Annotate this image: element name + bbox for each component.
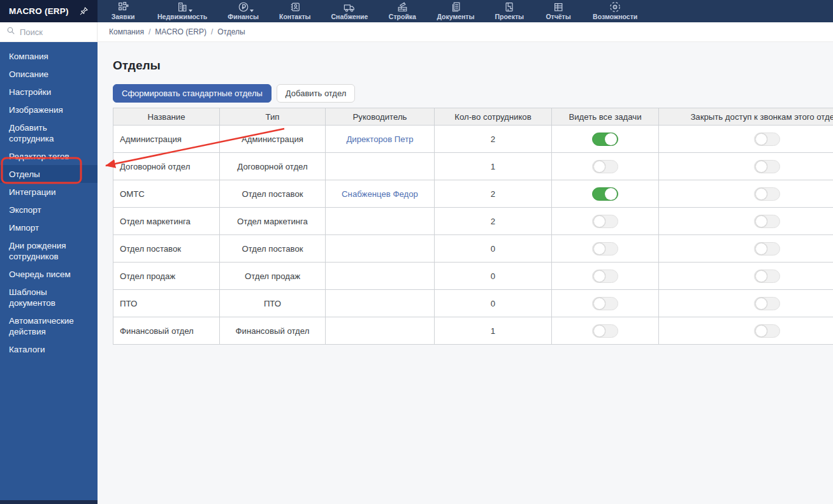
see-all-tasks-toggle[interactable] [592,133,618,146]
close-calls-cell [659,290,833,317]
close-calls-access-toggle[interactable] [754,160,780,173]
close-calls-access-toggle[interactable] [754,133,780,146]
sidebar-item-auto-actions[interactable]: Автоматические действия [0,312,98,340]
sidebar-item-description[interactable]: Описание [0,65,98,83]
pin-icon[interactable] [79,6,89,16]
toggle-knob [593,161,605,173]
nav-item-realty[interactable]: Недвижимость [157,1,207,20]
table-row: Отдел поставокОтдел поставок0 [113,235,833,263]
column-header: Название [113,108,220,126]
nav-item-contacts[interactable]: Контакты [279,1,311,20]
sidebar-item-add-employee[interactable]: Добавить сотрудника [0,119,98,147]
see-all-tasks-toggle[interactable] [592,215,618,228]
departments-table: НазваниеТипРуководительКол-во сотруднико… [113,108,833,345]
see-all-tasks-cell [552,290,659,317]
search-box[interactable] [0,22,98,41]
toggle-knob [593,215,605,227]
close-calls-access-toggle[interactable] [754,215,780,228]
nav-item-features[interactable]: Возможности [593,1,637,20]
sidebar-item-export[interactable]: Экспорт [0,201,98,219]
breadcrumb-item[interactable]: Компания [109,27,144,36]
sidebar-item-birthdays[interactable]: Дни рождения сотрудников [0,236,98,265]
sidebar-footer-strip [0,500,98,504]
nav-item-reports[interactable]: Отчёты [544,1,572,20]
department-name-cell: Администрация [113,126,220,153]
sidebar-item-settings[interactable]: Настройки [0,83,98,101]
department-type-cell: Отдел поставок [220,180,326,208]
sidebar-item-mail-queue[interactable]: Очередь писем [0,265,98,283]
toggle-knob [755,325,767,337]
sidebar-item-company[interactable]: Компания [0,47,98,65]
manager-link[interactable]: Директоров Петр [346,134,413,144]
app-logo-text: MACRO (ERP) [9,6,69,16]
see-all-tasks-toggle[interactable] [592,324,618,338]
nav-item-label: Финансы [228,13,259,20]
sidebar-item-integrations[interactable]: Интеграции [0,183,98,201]
manager-cell [326,317,435,345]
nav-item-projects[interactable]: Проекты [495,1,524,20]
close-calls-access-toggle[interactable] [754,297,780,310]
see-all-tasks-cell [552,235,659,263]
department-name-cell: Отдел продаж [113,263,220,290]
nav-item-supply[interactable]: Снабжение [331,1,368,20]
see-all-tasks-toggle[interactable] [592,187,618,201]
chevron-down-icon [250,10,254,12]
close-calls-access-toggle[interactable] [754,270,780,283]
see-all-tasks-toggle[interactable] [592,270,618,283]
buildings-icon [177,1,188,12]
breadcrumb-item[interactable]: MACRO (ERP) [155,27,206,36]
table-header-row: НазваниеТипРуководительКол-во сотруднико… [113,108,833,126]
toolbar: Сформировать стандартные отделы Добавить… [113,84,833,103]
see-all-tasks-toggle[interactable] [592,160,618,173]
manager-cell: Директоров Петр [326,126,435,153]
spreadsheet-icon [553,1,564,12]
sidebar-item-import[interactable]: Импорт [0,219,98,236]
nav-item-label: Стройка [389,13,416,20]
breadcrumb-separator: / [148,27,150,36]
toggle-knob [755,161,767,173]
generate-standard-departments-button[interactable]: Сформировать стандартные отделы [113,84,272,103]
breadcrumb-separator: / [211,27,213,36]
nav-item-label: Документы [437,13,474,20]
close-calls-cell [659,126,833,153]
department-type-cell: Договорной отдел [220,153,326,180]
documents-icon [450,1,461,12]
department-type-cell: Финансовый отдел [220,317,326,345]
sidebar-item-tag-editor[interactable]: Редактор тегов [0,147,98,165]
truck-icon [343,1,356,12]
nav-item-construction[interactable]: Стройка [388,1,416,20]
search-input[interactable] [20,27,83,37]
sidebar-item-images[interactable]: Изображения [0,101,98,119]
department-type-cell: Администрация [220,126,326,153]
table-row: ПТОПТО0 [113,290,833,317]
close-calls-access-toggle[interactable] [754,187,780,201]
see-all-tasks-toggle[interactable] [592,297,618,310]
toggle-knob [755,243,767,255]
close-calls-cell [659,317,833,345]
apps-grid-icon [117,1,129,12]
nav-item-label: Недвижимость [157,13,207,20]
employee-count-cell: 0 [435,235,552,263]
toggle-knob [593,243,605,255]
table-row: АдминистрацияАдминистрацияДиректоров Пет… [113,126,833,153]
toggle-knob [605,133,617,145]
sidebar-item-doc-templates[interactable]: Шаблоны документов [0,283,98,312]
nav-item-requests[interactable]: Заявки [109,1,137,20]
close-calls-cell [659,180,833,208]
close-calls-access-toggle[interactable] [754,324,780,338]
see-all-tasks-toggle[interactable] [592,242,618,256]
contact-card-icon [289,1,301,12]
sidebar-item-catalogs[interactable]: Каталоги [0,340,98,358]
top-navigation-bar: MACRO (ERP) ЗаявкиНедвижимостьФинансыКон… [0,0,833,22]
toggle-knob [755,270,767,282]
nav-item-documents[interactable]: Документы [437,1,474,20]
add-department-button[interactable]: Добавить отдел [277,84,356,103]
toggle-knob [755,215,767,227]
manager-link[interactable]: Снабженцев Федор [342,189,418,199]
close-calls-access-toggle[interactable] [754,242,780,256]
toggle-knob [593,270,605,282]
nav-item-finance[interactable]: Финансы [228,1,259,20]
department-type-cell: ПТО [220,290,326,317]
column-header: Руководитель [326,108,435,126]
sidebar-item-departments[interactable]: Отделы [0,165,98,183]
